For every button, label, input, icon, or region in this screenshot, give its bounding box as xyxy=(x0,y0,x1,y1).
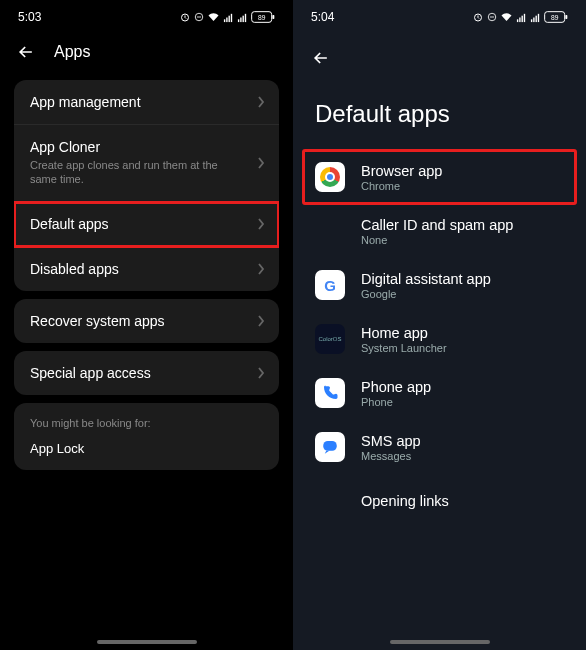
row-app-management[interactable]: App management xyxy=(14,80,279,125)
svg-rect-10 xyxy=(245,13,246,21)
chrome-icon xyxy=(315,162,345,192)
row-disabled-apps[interactable]: Disabled apps xyxy=(14,247,279,291)
row-caller-id[interactable]: Caller ID and spam app None xyxy=(293,204,586,258)
chevron-right-icon xyxy=(257,315,265,327)
svg-rect-9 xyxy=(243,15,244,21)
phone-left: 5:03 89 Apps App management App Cloner C… xyxy=(0,0,293,650)
svg-rect-26 xyxy=(565,15,567,19)
row-app-cloner[interactable]: App Cloner Create app clones and run the… xyxy=(14,125,279,202)
svg-rect-12 xyxy=(272,15,274,19)
row-sublabel: Create app clones and run them at the sa… xyxy=(30,158,263,187)
row-label: Default apps xyxy=(30,216,263,232)
header xyxy=(293,28,586,82)
svg-rect-22 xyxy=(533,17,534,22)
status-icons: 89 xyxy=(179,11,275,23)
row-sublabel: None xyxy=(361,234,513,246)
signal-icon-2 xyxy=(530,12,541,23)
row-special-app-access[interactable]: Special app access xyxy=(14,351,279,395)
settings-group-2: Recover system apps xyxy=(14,299,279,343)
row-sublabel: Google xyxy=(361,288,491,300)
phone-right: 5:04 89 Default apps Browser app Chrome … xyxy=(293,0,586,650)
wifi-icon xyxy=(207,11,220,23)
row-opening-links[interactable]: Opening links xyxy=(293,474,586,528)
row-label: Recover system apps xyxy=(30,313,263,329)
dnd-icon xyxy=(194,11,204,23)
home-indicator[interactable] xyxy=(97,640,197,644)
back-icon[interactable] xyxy=(311,48,331,68)
row-label: Caller ID and spam app xyxy=(361,217,513,233)
chevron-right-icon xyxy=(257,157,265,169)
wifi-icon xyxy=(500,11,513,23)
row-label: App management xyxy=(30,94,263,110)
row-label: SMS app xyxy=(361,433,421,449)
row-recover-system-apps[interactable]: Recover system apps xyxy=(14,299,279,343)
row-label: Special app access xyxy=(30,365,263,381)
page-title: Apps xyxy=(54,43,90,61)
signal-icon xyxy=(223,12,234,23)
battery-icon: 89 xyxy=(251,11,275,23)
coloros-icon: ColorOS xyxy=(315,324,345,354)
row-label: Digital assistant app xyxy=(361,271,491,287)
svg-text:89: 89 xyxy=(551,14,559,21)
row-label: Home app xyxy=(361,325,447,341)
row-label: Phone app xyxy=(361,379,431,395)
svg-rect-4 xyxy=(226,17,227,22)
svg-rect-17 xyxy=(517,19,518,22)
battery-icon: 89 xyxy=(544,11,568,23)
svg-rect-20 xyxy=(524,13,525,21)
settings-group-1: App management App Cloner Create app clo… xyxy=(14,80,279,291)
svg-text:89: 89 xyxy=(258,14,266,21)
alarm-icon xyxy=(179,11,191,23)
svg-rect-24 xyxy=(538,13,539,21)
hint-app-lock[interactable]: App Lock xyxy=(30,441,263,456)
row-browser-app[interactable]: Browser app Chrome xyxy=(303,150,576,204)
chevron-right-icon xyxy=(257,96,265,108)
row-default-apps[interactable]: Default apps xyxy=(14,202,279,247)
back-icon[interactable] xyxy=(16,42,36,62)
empty-icon xyxy=(315,486,345,516)
row-sublabel: Chrome xyxy=(361,180,442,192)
settings-group-3: Special app access xyxy=(14,351,279,395)
svg-rect-18 xyxy=(519,17,520,22)
chevron-right-icon xyxy=(257,218,265,230)
row-label: Opening links xyxy=(361,493,449,509)
hint-section: You might be looking for: App Lock xyxy=(14,403,279,470)
status-icons: 89 xyxy=(472,11,568,23)
chevron-right-icon xyxy=(257,263,265,275)
messages-icon xyxy=(315,432,345,462)
row-label: Browser app xyxy=(361,163,442,179)
svg-rect-28 xyxy=(323,441,337,451)
row-home-app[interactable]: ColorOS Home app System Launcher xyxy=(293,312,586,366)
row-label: App Cloner xyxy=(30,139,263,155)
row-sublabel: Messages xyxy=(361,450,421,462)
chevron-right-icon xyxy=(257,367,265,379)
alarm-icon xyxy=(472,11,484,23)
svg-rect-19 xyxy=(522,15,523,21)
status-time: 5:03 xyxy=(18,10,41,24)
empty-icon xyxy=(315,216,345,246)
svg-rect-8 xyxy=(240,17,241,22)
row-label: Disabled apps xyxy=(30,261,263,277)
svg-rect-6 xyxy=(231,13,232,21)
home-indicator[interactable] xyxy=(390,640,490,644)
header: Apps xyxy=(0,28,293,72)
dnd-icon xyxy=(487,11,497,23)
svg-rect-3 xyxy=(224,19,225,22)
google-icon: G xyxy=(315,270,345,300)
row-phone-app[interactable]: Phone app Phone xyxy=(293,366,586,420)
status-bar: 5:04 89 xyxy=(293,0,586,28)
status-bar: 5:03 89 xyxy=(0,0,293,28)
svg-rect-21 xyxy=(531,19,532,22)
row-digital-assistant[interactable]: G Digital assistant app Google xyxy=(293,258,586,312)
row-sublabel: Phone xyxy=(361,396,431,408)
phone-app-icon xyxy=(315,378,345,408)
hint-label: You might be looking for: xyxy=(30,417,263,429)
svg-rect-23 xyxy=(536,15,537,21)
page-title: Default apps xyxy=(293,82,586,150)
row-sms-app[interactable]: SMS app Messages xyxy=(293,420,586,474)
row-sublabel: System Launcher xyxy=(361,342,447,354)
svg-rect-7 xyxy=(238,19,239,22)
signal-icon xyxy=(516,12,527,23)
status-time: 5:04 xyxy=(311,10,334,24)
signal-icon-2 xyxy=(237,12,248,23)
